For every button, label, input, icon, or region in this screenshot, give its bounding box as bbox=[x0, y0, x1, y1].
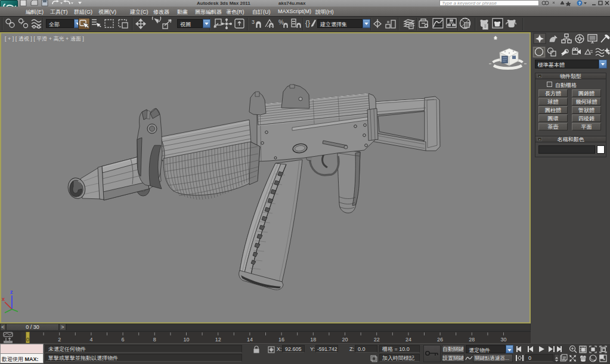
svg-text:2: 2 bbox=[58, 337, 61, 343]
svg-text:16: 16 bbox=[278, 337, 284, 343]
svg-text:12: 12 bbox=[215, 337, 221, 343]
svg-text:26: 26 bbox=[437, 337, 443, 343]
svg-text:?: ? bbox=[578, 1, 581, 5]
svg-text:10: 10 bbox=[183, 337, 189, 343]
svg-text:30: 30 bbox=[500, 337, 506, 343]
svg-text:8: 8 bbox=[153, 337, 156, 343]
svg-text:22: 22 bbox=[374, 337, 380, 343]
svg-text:z: z bbox=[10, 289, 13, 295]
svg-text:24: 24 bbox=[405, 337, 411, 343]
svg-text:3: 3 bbox=[252, 19, 255, 25]
svg-text:%: % bbox=[278, 19, 284, 26]
svg-text:28: 28 bbox=[469, 337, 475, 343]
svg-text:18: 18 bbox=[310, 337, 316, 343]
svg-text:{}: {} bbox=[305, 19, 310, 27]
svg-text:20: 20 bbox=[342, 337, 348, 343]
svg-text:0: 0 bbox=[26, 337, 29, 343]
svg-text:x: x bbox=[2, 296, 5, 302]
svg-text:14: 14 bbox=[247, 337, 253, 343]
svg-text:4: 4 bbox=[89, 337, 92, 343]
svg-text:6: 6 bbox=[122, 337, 125, 343]
